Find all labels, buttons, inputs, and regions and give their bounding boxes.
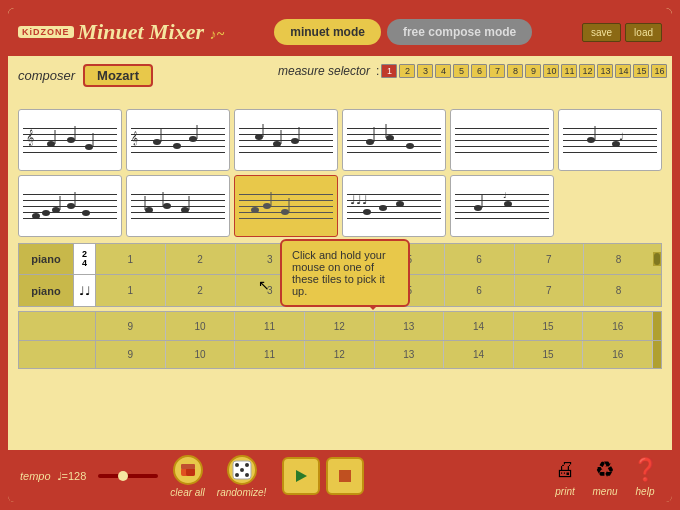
tiles-container: 𝄞 [18,109,662,237]
randomize-area[interactable]: randomize! [217,455,266,498]
svg-point-8 [153,139,161,145]
bottom-cell-11: 11 [235,312,305,340]
footer-right: 🖨 print ♻ menu ❓ help [550,456,660,497]
minuet-mode-btn[interactable]: minuet mode [274,19,381,45]
svg-text:♩: ♩ [619,131,624,142]
scrollbar-v-1[interactable] [653,252,661,266]
measure-num-16[interactable]: 16 [651,64,667,78]
tooltip-text: Click and hold your mouse on one of thes… [292,249,386,297]
clear-all-icon[interactable] [173,455,203,485]
print-btn[interactable]: 🖨 print [550,456,580,497]
save-btn[interactable]: save [582,23,621,42]
music-tile-10[interactable]: ♩♩♩ [342,175,446,237]
playback-controls [282,457,364,495]
tempo-slider-thumb[interactable] [118,471,128,481]
composer-label: composer [18,68,75,83]
measure-num-13[interactable]: 13 [597,64,613,78]
bottom-cell2-9: 9 [96,341,166,368]
menu-btn[interactable]: ♻ menu [590,456,620,497]
piano-cell-1-8: 8 [584,244,653,274]
svg-point-13 [255,134,263,140]
scrollbar-v-4[interactable] [653,341,661,368]
measure-num-8[interactable]: 8 [507,64,523,78]
load-btn[interactable]: load [625,23,662,42]
music-tile-placeholder [558,175,662,237]
svg-point-41 [251,207,259,213]
music-tile-6[interactable]: ♩ [558,109,662,171]
bottom-cell-15: 15 [514,312,584,340]
piano-cell-1-7: 7 [515,244,585,274]
piano-cell-2-8: 8 [584,275,653,306]
measure-selector-area: measure selector : 1 2 3 4 5 6 7 8 9 10 … [278,64,667,78]
svg-point-29 [42,210,50,216]
svg-point-37 [163,203,171,209]
svg-point-5 [85,144,93,150]
staff-lines-5 [455,128,549,156]
notes-svg-6: ♩ [561,122,662,162]
svg-point-32 [67,203,75,209]
svg-text:♩: ♩ [503,191,507,200]
music-tile-9[interactable] [234,175,338,237]
bottom-cell-9: 9 [96,312,166,340]
music-grid: 𝄞 [18,109,662,237]
music-tile-4[interactable] [342,109,446,171]
measure-num-10[interactable]: 10 [543,64,559,78]
notes-svg-1: 𝄞 [21,122,122,162]
randomize-label: randomize! [217,487,266,498]
help-icon: ❓ [630,456,660,484]
scrollbar-v-3[interactable] [653,312,661,340]
svg-point-10 [173,143,181,149]
svg-point-34 [82,210,90,216]
music-tile-2[interactable]: 𝄞 [126,109,230,171]
help-btn[interactable]: ❓ help [630,456,660,497]
measure-num-3[interactable]: 3 [417,64,433,78]
measure-num-7[interactable]: 7 [489,64,505,78]
measure-num-4[interactable]: 4 [435,64,451,78]
measure-num-1[interactable]: 1 [381,64,397,78]
app-title: Minuet Mixer ♪~ [78,19,225,45]
svg-point-52 [504,201,512,207]
measure-num-11[interactable]: 11 [561,64,577,78]
bottom-cell-10: 10 [166,312,236,340]
svg-point-19 [366,139,374,145]
tempo-area: tempo ♩=128 [20,470,86,483]
measure-num-15[interactable]: 15 [633,64,649,78]
header-actions: save load [582,23,662,42]
svg-rect-64 [339,470,351,482]
bottom-cells-2: 9 10 11 12 13 14 15 16 [96,341,653,368]
notes-svg-2: 𝄞 [129,122,230,162]
piano-cell-2-2: 2 [166,275,236,306]
play-button[interactable] [282,457,320,495]
music-tile-1[interactable]: 𝄞 [18,109,122,171]
header: KiDZONE Minuet Mixer ♪~ minuet mode free… [8,8,672,56]
svg-point-3 [67,137,75,143]
piano-cell-2-7: 7 [515,275,585,306]
piano-cell-2-6: 6 [445,275,515,306]
measure-num-9[interactable]: 9 [525,64,541,78]
measure-num-6[interactable]: 6 [471,64,487,78]
clear-all-area[interactable]: clear all [170,455,204,498]
measure-num-12[interactable]: 12 [579,64,595,78]
measure-num-2[interactable]: 2 [399,64,415,78]
bottom-cell-14: 14 [444,312,514,340]
measure-num-14[interactable]: 14 [615,64,631,78]
tempo-slider-track[interactable] [98,474,158,478]
music-tile-3[interactable] [234,109,338,171]
music-tile-5[interactable] [450,109,554,171]
stop-button[interactable] [326,457,364,495]
bottom-row-2: 9 10 11 12 13 14 15 16 [19,340,661,368]
music-tile-8[interactable] [126,175,230,237]
music-tile-11[interactable]: ♩ [450,175,554,237]
music-tile-7[interactable] [18,175,122,237]
svg-point-60 [240,468,244,472]
svg-point-47 [363,209,371,215]
svg-point-61 [235,473,239,477]
piano-label-1: piano [19,244,74,274]
bottom-cell2-14: 14 [444,341,514,368]
bottom-cells-1: 9 10 11 12 13 14 15 16 [96,312,653,340]
menu-label: menu [592,486,617,497]
notes-svg-4 [345,122,446,162]
randomize-icon[interactable] [227,455,257,485]
measure-num-5[interactable]: 5 [453,64,469,78]
free-compose-mode-btn[interactable]: free compose mode [387,19,532,45]
